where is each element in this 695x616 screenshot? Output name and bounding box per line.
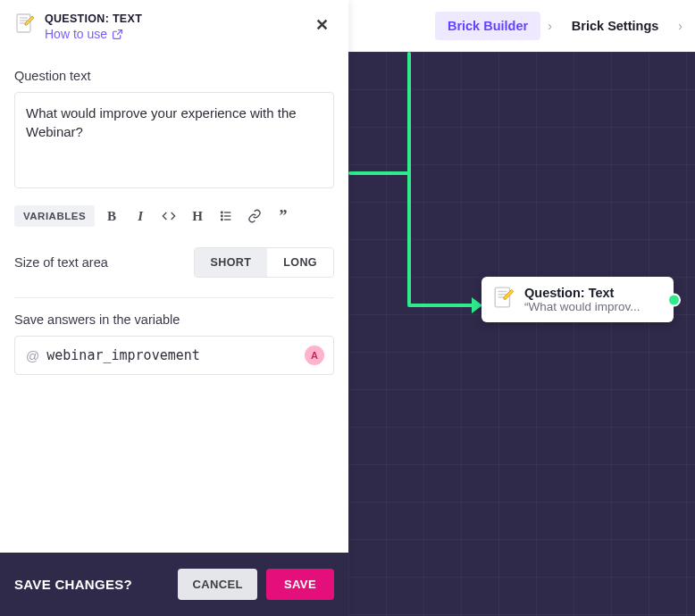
variable-type-badge: A	[305, 345, 324, 365]
variable-input-wrap[interactable]: @ A	[14, 336, 334, 375]
bold-icon[interactable]: B	[100, 204, 123, 228]
flow-edge	[348, 171, 411, 175]
panel-footer: SAVE CHANGES? CANCEL SAVE	[0, 553, 348, 616]
footer-title: SAVE CHANGES?	[14, 577, 132, 592]
svg-point-7	[222, 212, 223, 213]
quote-icon[interactable]: ”	[272, 204, 295, 228]
panel-header: QUESTION: TEXT How to use ✕	[0, 0, 348, 53]
size-row: Size of text area SHORT LONG	[14, 244, 334, 297]
svg-point-8	[222, 215, 223, 217]
chevron-right-icon: ›	[678, 19, 682, 33]
size-long-button[interactable]: LONG	[267, 248, 333, 277]
chevron-right-icon: ›	[548, 19, 552, 33]
breadcrumb-brick-builder[interactable]: Brick Builder	[435, 12, 540, 40]
flow-area: Question: Text “What would improv...	[348, 52, 695, 616]
external-link-icon	[112, 29, 123, 40]
breadcrumb: Brick Builder › Brick Settings ›	[348, 0, 695, 52]
panel-title: QUESTION: TEXT	[45, 12, 300, 25]
flow-edge	[407, 304, 481, 307]
flow-node-subtitle: “What would improv...	[524, 300, 641, 313]
save-button[interactable]: SAVE	[266, 569, 334, 600]
note-pencil-icon	[492, 286, 515, 309]
panel-body: Question text VARIABLES B I H ” Size of …	[0, 53, 348, 553]
size-label: Size of text area	[14, 255, 108, 270]
code-icon[interactable]	[157, 204, 180, 228]
link-icon[interactable]	[243, 204, 266, 228]
note-pencil-icon	[14, 12, 36, 34]
italic-icon[interactable]: I	[129, 204, 152, 228]
question-text-input[interactable]	[14, 92, 334, 188]
flow-canvas[interactable]: Brick Builder › Brick Settings › Questio…	[348, 0, 695, 616]
how-to-use-label: How to use	[45, 27, 107, 41]
variables-button[interactable]: VARIABLES	[14, 205, 95, 227]
question-text-label: Question text	[14, 69, 334, 83]
close-icon[interactable]: ✕	[309, 12, 334, 37]
flow-node-title: Question: Text	[524, 286, 641, 300]
flow-node-text: Question: Text “What would improv...	[524, 286, 641, 313]
svg-point-9	[222, 219, 223, 221]
variable-input[interactable]	[46, 347, 297, 363]
flow-node-question-text[interactable]: Question: Text “What would improv...	[481, 277, 674, 322]
flow-node-output-port[interactable]	[667, 293, 681, 306]
breadcrumb-brick-settings[interactable]: Brick Settings	[559, 12, 672, 40]
how-to-use-link[interactable]: How to use	[45, 27, 123, 41]
size-segmented-control: SHORT LONG	[194, 247, 334, 278]
cancel-button[interactable]: CANCEL	[178, 569, 257, 600]
size-short-button[interactable]: SHORT	[195, 248, 268, 277]
list-icon[interactable]	[214, 204, 238, 228]
divider	[14, 297, 334, 298]
footer-actions: CANCEL SAVE	[178, 569, 334, 600]
header-text: QUESTION: TEXT How to use	[45, 12, 300, 42]
heading-icon[interactable]: H	[186, 204, 209, 228]
settings-panel: QUESTION: TEXT How to use ✕ Question tex…	[0, 0, 348, 616]
at-sign-icon: @	[26, 348, 39, 363]
variable-label: Save answers in the variable	[14, 312, 334, 327]
flow-edge	[407, 52, 411, 305]
formatting-toolbar: VARIABLES B I H ”	[14, 204, 334, 244]
